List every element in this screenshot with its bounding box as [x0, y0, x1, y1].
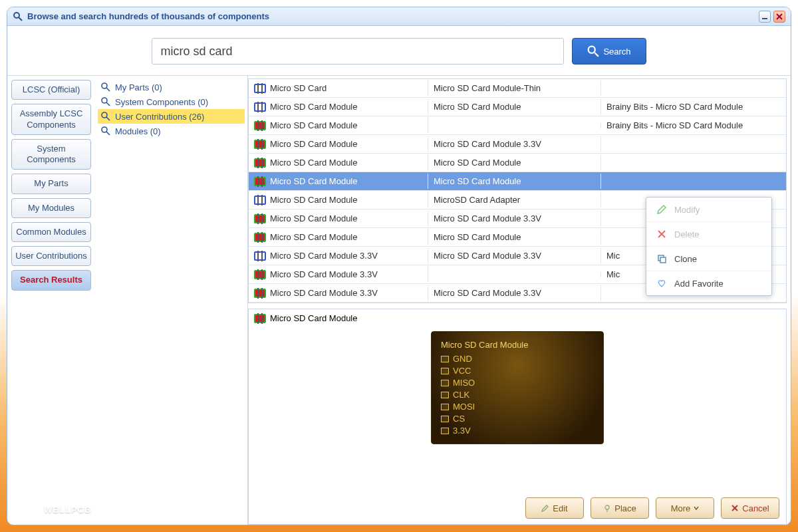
pad-icon [441, 428, 449, 434]
app-icon [13, 11, 23, 22]
svg-line-12 [106, 117, 110, 120]
svg-point-5 [589, 47, 595, 53]
svg-line-10 [106, 102, 110, 106]
footprint-pin: MISO [441, 378, 594, 388]
context-menu: ModifyDeleteCloneAdd Favorite [646, 197, 772, 296]
svg-point-9 [102, 98, 107, 103]
component-icon [254, 289, 266, 298]
nav-button-3[interactable]: My Parts [11, 174, 91, 194]
search-icon [587, 45, 599, 57]
app-window: Browse and search hundreds of thousands … [7, 7, 791, 525]
svg-line-1 [19, 17, 22, 21]
component-icon [254, 158, 266, 168]
heart-icon [656, 278, 668, 289]
svg-rect-18 [660, 257, 666, 263]
search-button-label: Search [603, 47, 630, 57]
magnifier-icon [100, 111, 111, 122]
magnifier-icon [100, 96, 111, 107]
wellpcb-logo-icon [20, 501, 39, 517]
pencil-icon [656, 204, 668, 215]
place-icon [603, 504, 611, 512]
footprint-pin: 3.3V [441, 426, 594, 436]
table-row[interactable]: Micro SD Card ModuleMicro SD Card Module [249, 172, 786, 191]
search-input[interactable] [152, 38, 564, 65]
component-icon [254, 177, 266, 186]
pad-icon [441, 380, 449, 386]
edit-button[interactable]: Edit [525, 497, 584, 519]
category-tree: My Parts (0)System Components (0)User Co… [95, 76, 248, 525]
table-row[interactable]: Micro SD CardMicro SD Card Module-Thin [249, 79, 786, 98]
context-menu-modify: Modify [646, 198, 771, 222]
more-button[interactable]: More [656, 497, 714, 519]
component-icon [254, 251, 266, 261]
close-button[interactable] [773, 11, 785, 23]
footprint-pin: MOSI [441, 402, 594, 412]
footprint-pin: CLK [441, 390, 594, 400]
preview-header: Micro SD Card Module [249, 309, 786, 327]
tree-item-0[interactable]: My Parts (0) [98, 80, 245, 94]
svg-point-13 [102, 127, 107, 132]
preview-panel: Micro SD Card Module Micro SD Card Modul… [248, 309, 787, 525]
search-bar: Search [7, 26, 791, 76]
svg-point-7 [102, 83, 107, 88]
search-button[interactable]: Search [572, 38, 646, 65]
component-icon [254, 196, 266, 205]
svg-point-0 [14, 13, 19, 18]
pad-icon [441, 368, 449, 374]
svg-rect-2 [762, 18, 767, 19]
context-menu-delete: Delete [646, 222, 771, 247]
pencil-icon [541, 504, 549, 512]
main-body: LCSC (Official)Assembly LCSC ComponentsS… [7, 76, 791, 525]
nav-sidebar: LCSC (Official)Assembly LCSC ComponentsS… [7, 76, 95, 525]
table-row[interactable]: Micro SD Card ModuleBrainy Bits - Micro … [249, 116, 786, 135]
component-icon [254, 102, 266, 112]
svg-line-14 [106, 132, 110, 135]
svg-point-19 [605, 505, 609, 509]
tree-item-2[interactable]: User Contributions (26) [98, 109, 245, 124]
footprint-pin: VCC [441, 366, 594, 376]
component-icon [254, 270, 266, 279]
watermark-text: WELLPCB [44, 505, 91, 515]
svg-point-11 [102, 112, 107, 118]
tree-item-1[interactable]: System Components (0) [98, 94, 245, 109]
component-icon [254, 140, 266, 149]
nav-button-7[interactable]: Search Results [11, 270, 91, 290]
watermark: WELLPCB [20, 501, 91, 517]
footprint-preview: Micro SD Card Module GNDVCCMISOCLKMOSICS… [431, 331, 604, 444]
magnifier-icon [100, 126, 111, 136]
nav-button-6[interactable]: User Contributions [11, 246, 91, 266]
titlebar: Browse and search hundreds of thousands … [7, 7, 791, 26]
nav-button-2[interactable]: System Components [11, 139, 91, 170]
cancel-button[interactable]: Cancel [721, 497, 779, 519]
context-menu-add-favorite[interactable]: Add Favorite [646, 271, 771, 295]
place-button[interactable]: Place [591, 497, 649, 519]
pad-icon [441, 356, 449, 362]
results-pane: Micro SD CardMicro SD Card Module-ThinMi… [248, 76, 791, 525]
component-icon [254, 233, 266, 242]
cancel-icon [731, 504, 739, 512]
window-title: Browse and search hundreds of thousands … [27, 11, 269, 21]
minimize-icon [761, 13, 768, 20]
x-icon [656, 229, 668, 239]
nav-button-0[interactable]: LCSC (Official) [11, 80, 91, 100]
minimize-button[interactable] [759, 11, 771, 23]
context-menu-clone[interactable]: Clone [646, 247, 771, 271]
table-row[interactable]: Micro SD Card ModuleMicro SD Card Module… [249, 98, 786, 116]
magnifier-icon [100, 82, 111, 92]
nav-button-5[interactable]: Common Modules [11, 222, 91, 242]
pad-icon [441, 416, 449, 422]
component-icon [254, 314, 266, 323]
chevron-down-icon [694, 505, 699, 511]
close-icon [776, 13, 783, 20]
tree-item-3[interactable]: Modules (0) [98, 124, 245, 138]
copy-icon [656, 253, 668, 264]
component-icon [254, 121, 266, 130]
svg-line-8 [106, 88, 110, 91]
footprint-pin: GND [441, 354, 594, 364]
table-row[interactable]: Micro SD Card ModuleMicro SD Card Module… [249, 135, 786, 154]
nav-button-1[interactable]: Assembly LCSC Components [11, 104, 91, 135]
nav-button-4[interactable]: My Modules [11, 198, 91, 218]
table-row[interactable]: Micro SD Card ModuleMicro SD Card Module [249, 154, 786, 172]
pad-icon [441, 392, 449, 398]
action-bar: Edit Place More Cancel [249, 492, 786, 524]
